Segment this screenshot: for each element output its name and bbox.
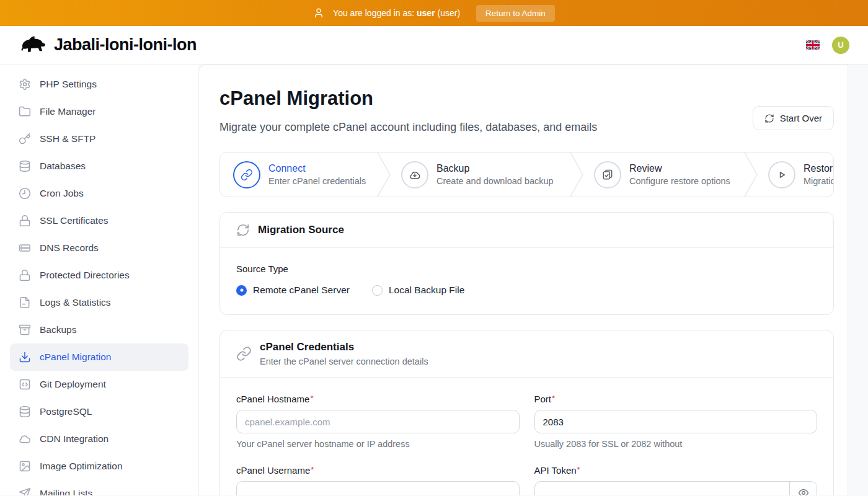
start-over-button[interactable]: Start Over [753, 106, 834, 130]
sidebar-item-label: Logs & Statistics [40, 297, 111, 308]
step-subtitle: Migration progress [804, 176, 834, 186]
uk-flag-icon[interactable] [806, 40, 820, 50]
required-asterisk: * [311, 465, 314, 474]
sidebar-item-git-deployment[interactable]: Git Deployment [10, 371, 188, 398]
credentials-subtitle: Enter the cPanel server connection detai… [260, 356, 428, 366]
sidebar-item-image-optimization[interactable]: Image Optimization [10, 453, 188, 480]
sidebar-item-cron-jobs[interactable]: Cron Jobs [10, 180, 188, 207]
radio-label: Local Backup File [389, 285, 464, 296]
send-icon [19, 487, 31, 495]
sidebar-item-logs-statistics[interactable]: Logs & Statistics [10, 289, 188, 316]
step-restore[interactable]: Restore Migration progress [758, 153, 834, 197]
step-backup[interactable]: Backup Create and download backup [391, 153, 570, 197]
key-icon [19, 133, 31, 145]
sidebar-item-label: File Manager [40, 106, 95, 117]
sidebar-item-label: CDN Integration [40, 433, 108, 445]
sidebar-item-label: Git Deployment [40, 379, 106, 390]
field-api-token: API Token* [534, 465, 818, 495]
source-type-label: Source Type [236, 264, 817, 274]
sidebar-item-ssl-certificates[interactable]: SSL Certificates [10, 207, 188, 234]
sidebar: PHP Settings File Manager SSH & SFTP Dat… [0, 64, 198, 495]
folder-icon [19, 105, 31, 118]
step-title: Connect [268, 163, 366, 174]
boar-logo-icon [19, 35, 47, 56]
radio-label: Remote cPanel Server [253, 285, 350, 296]
main-content: cPanel Migration Migrate your complete c… [198, 64, 848, 495]
sidebar-item-label: Backups [40, 324, 76, 335]
sidebar-item-protected-directories[interactable]: Protected Directories [10, 262, 188, 289]
user-icon [313, 7, 324, 19]
migration-stepper: Connect Enter cPanel credentials Backup … [219, 152, 834, 197]
return-to-admin-button[interactable]: Return to Admin [476, 5, 555, 22]
step-restore-circle [768, 161, 795, 188]
start-over-label: Start Over [780, 113, 822, 123]
sidebar-item-label: Mailing Lists [40, 488, 92, 495]
radio-remote-cpanel-server[interactable]: Remote cPanel Server [236, 285, 350, 296]
sidebar-item-cpanel-migration[interactable]: cPanel Migration [10, 343, 188, 371]
hostname-input[interactable] [236, 410, 520, 433]
sidebar-item-label: DNS Records [40, 242, 99, 254]
sidebar-item-php-settings[interactable]: PHP Settings [10, 71, 188, 98]
radio-local-backup-file[interactable]: Local Backup File [372, 285, 464, 296]
port-input[interactable] [534, 410, 818, 433]
database-icon [19, 405, 31, 418]
sidebar-item-backups[interactable]: Backups [10, 316, 188, 343]
toggle-token-visibility-button[interactable] [789, 482, 817, 495]
sidebar-item-file-manager[interactable]: File Manager [10, 98, 188, 125]
logged-in-text: You are logged in as: user (user) [333, 8, 460, 18]
port-helper: Usually 2083 for SSL or 2082 without [534, 439, 818, 449]
port-label: Port [534, 394, 552, 404]
sidebar-item-label: Cron Jobs [40, 188, 84, 199]
step-title: Restore [804, 163, 834, 174]
cpanel-credentials-card: cPanel Credentials Enter the cPanel serv… [219, 330, 834, 495]
required-asterisk: * [310, 394, 313, 403]
sidebar-item-label: Databases [40, 161, 86, 172]
step-separator [744, 153, 758, 197]
sidebar-item-mailing-lists[interactable]: Mailing Lists [10, 480, 188, 495]
sidebar-item-label: SSH & SFTP [40, 133, 95, 144]
play-icon [776, 169, 788, 181]
required-asterisk: * [552, 394, 555, 403]
download-icon [19, 351, 31, 363]
step-separator [377, 153, 391, 197]
clipboard-check-icon [601, 169, 614, 181]
link-icon [236, 346, 252, 361]
gear-icon [19, 78, 31, 91]
radio-unselected-icon[interactable] [372, 285, 383, 296]
radio-selected-icon[interactable] [236, 285, 247, 296]
sidebar-item-cdn-integration[interactable]: CDN Integration [10, 425, 188, 453]
sidebar-item-postgresql[interactable]: PostgreSQL [10, 398, 188, 425]
username-label: cPanel Username [236, 465, 310, 476]
user-avatar[interactable]: U [832, 37, 849, 54]
sidebar-item-dns-records[interactable]: DNS Records [10, 234, 188, 262]
api-token-input[interactable] [534, 481, 818, 495]
api-token-label: API Token [534, 465, 577, 476]
step-backup-circle [401, 161, 428, 188]
clock-icon [19, 187, 31, 200]
sidebar-item-ssh-sftp[interactable]: SSH & SFTP [10, 125, 188, 153]
step-subtitle: Configure restore options [629, 176, 730, 186]
sidebar-item-label: cPanel Migration [40, 352, 111, 363]
logged-in-role: (user) [438, 8, 461, 18]
step-connect[interactable]: Connect Enter cPanel credentials [220, 153, 377, 197]
database-icon [19, 160, 31, 172]
sidebar-item-databases[interactable]: Databases [10, 153, 188, 180]
field-cpanel-hostname: cPanel Hostname* Your cPanel server host… [236, 394, 520, 449]
brand-name: Jabali-loni-loni-lon [54, 35, 197, 55]
lock-icon [19, 269, 31, 281]
logged-in-username: user [417, 8, 435, 18]
step-title: Review [629, 163, 730, 174]
hostname-helper: Your cPanel server hostname or IP addres… [236, 439, 520, 449]
field-port: Port* Usually 2083 for SSL or 2082 witho… [534, 394, 818, 449]
step-subtitle: Create and download backup [436, 176, 554, 186]
sidebar-item-label: Image Optimization [40, 461, 123, 472]
page-title: cPanel Migration [219, 87, 597, 110]
step-review-circle [594, 161, 621, 188]
step-title: Backup [436, 163, 554, 174]
step-review[interactable]: Review Configure restore options [583, 153, 744, 197]
brand[interactable]: Jabali-loni-loni-lon [19, 35, 197, 56]
cloud-icon [19, 433, 31, 445]
link-icon [241, 169, 253, 181]
username-input[interactable] [236, 481, 520, 495]
cloud-download-icon [409, 169, 421, 181]
